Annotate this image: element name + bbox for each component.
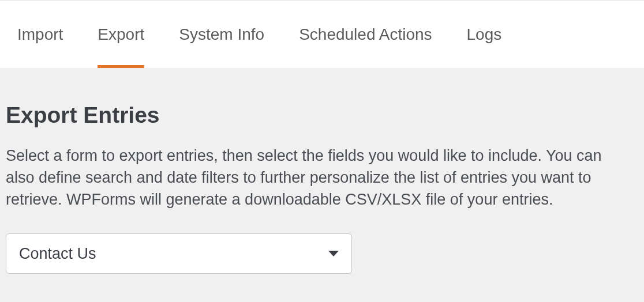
tab-export[interactable]: Export bbox=[98, 1, 144, 68]
tab-import[interactable]: Import bbox=[17, 1, 63, 68]
tab-scheduled-actions[interactable]: Scheduled Actions bbox=[299, 1, 432, 68]
form-select-value: Contact Us bbox=[19, 245, 96, 263]
form-select[interactable]: Contact Us bbox=[6, 233, 352, 274]
chevron-down-icon bbox=[328, 251, 339, 256]
page-description: Select a form to export entries, then se… bbox=[6, 145, 629, 210]
tab-logs[interactable]: Logs bbox=[467, 1, 502, 68]
page-title: Export Entries bbox=[6, 103, 638, 128]
tab-system-info[interactable]: System Info bbox=[179, 1, 264, 68]
form-select-wrapper: Contact Us bbox=[6, 233, 352, 274]
content-area: Export Entries Select a form to export e… bbox=[0, 68, 644, 274]
tabs-bar: Import Export System Info Scheduled Acti… bbox=[0, 0, 644, 68]
